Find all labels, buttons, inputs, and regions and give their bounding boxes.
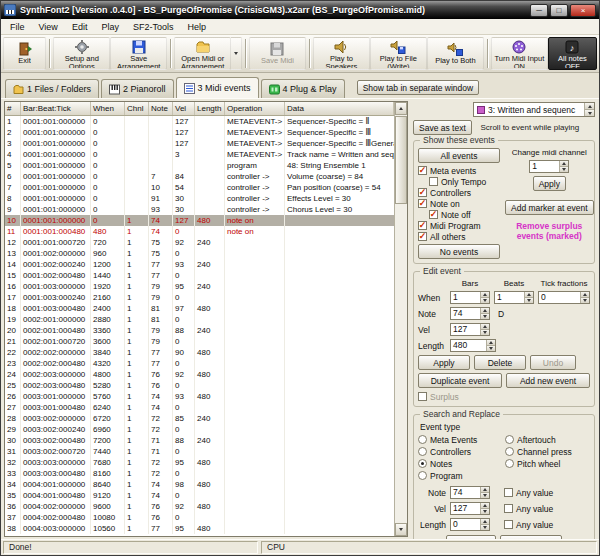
menu-item-play[interactable]: Play [94, 21, 126, 33]
add-marker-button[interactable]: Add marker at event [505, 200, 594, 215]
column-header-vel[interactable]: Vel [173, 102, 195, 115]
checkbox-note-off[interactable]: ✓Note off [429, 209, 500, 220]
table-row[interactable]: 230002:002:00048043201770 [5, 358, 394, 369]
tab-plug-and-play[interactable]: 4 Plug & Play [261, 79, 345, 98]
checkbox-only-tempo[interactable]: Only Tempo [429, 176, 500, 187]
radio-channel-press[interactable]: Channel press [505, 446, 590, 457]
note-spinner[interactable]: 74 [450, 307, 490, 320]
search-length-spinner[interactable]: 0 [450, 518, 490, 531]
radio-program[interactable]: Program [418, 470, 503, 481]
table-row[interactable]: 130001:002:0000009601750 [5, 248, 394, 259]
open-midi-button[interactable]: Open Midi or Arrangement [174, 37, 231, 70]
radio-aftertouch[interactable]: Aftertouch [505, 434, 590, 445]
vel-spinner[interactable]: 127 [450, 323, 490, 336]
checkbox-all-others[interactable]: ✓All others [418, 231, 500, 242]
table-row[interactable]: 360004:002:000000960017692480 [5, 501, 394, 512]
search-vel-spinner[interactable]: 127 [450, 502, 490, 515]
column-header-note[interactable]: Note [149, 102, 173, 115]
column-header-operation[interactable]: Operation [225, 102, 285, 115]
table-row[interactable]: 80001:001:00000009130controller ->Effect… [5, 193, 394, 204]
open-midi-dropdown-arrow[interactable] [231, 37, 242, 70]
table-row[interactable]: 70001:001:00000001054controller ->Pan po… [5, 182, 394, 193]
spin-down[interactable] [481, 297, 489, 303]
column-header-bar-beat-tick[interactable]: Bar:Beat:Tick [21, 102, 91, 115]
column-header-length[interactable]: Length [195, 102, 225, 115]
spin-down[interactable] [581, 297, 589, 303]
table-row[interactable]: 190002:001:00000028801810 [5, 314, 394, 325]
table-row[interactable]: 110001:001:0004804801740note on [5, 226, 394, 237]
vel-any-value-checkbox[interactable]: Any value [504, 504, 553, 514]
delete-event-button[interactable]: Delete [474, 355, 526, 370]
table-row[interactable]: 260003:001:000000576017493480 [5, 391, 394, 402]
table-row[interactable]: 30001:001:0000000127METAEVENT->Sequencer… [5, 138, 394, 149]
length-spinner[interactable]: 480 [450, 339, 496, 352]
table-row[interactable]: 60001:001:0000000784controller ->Volume … [5, 171, 394, 182]
title-bar[interactable]: SynthFont2 [Version .0.4.0] - BS_PurgeOf… [1, 1, 599, 19]
table-row[interactable]: 160001:003:000000192017995240 [5, 281, 394, 292]
spin-down[interactable] [481, 313, 489, 319]
column-header-when[interactable]: When [91, 102, 125, 115]
exit-button[interactable]: Exit [3, 37, 46, 70]
menu-item-help[interactable]: Help [180, 21, 213, 33]
table-row[interactable]: 170001:003:00024021601790 [5, 292, 394, 303]
table-row[interactable]: 140001:002:000240120017793240 [5, 259, 394, 270]
spin-down[interactable] [481, 508, 489, 514]
spin-down[interactable] [481, 492, 489, 498]
table-row[interactable]: 350004:001:00048091201740 [5, 490, 394, 501]
spin-down[interactable] [481, 329, 489, 335]
duplicate-event-button[interactable]: Duplicate event [418, 373, 502, 388]
no-events-button[interactable]: No events [418, 244, 500, 259]
table-row[interactable]: 100001:001:0000000174127480note on [5, 215, 394, 226]
table-row[interactable]: 50001:001:0000000program48: String Ensem… [5, 160, 394, 171]
length-any-value-checkbox[interactable]: Any value [504, 520, 553, 530]
radio-pitch-wheel[interactable]: Pitch wheel [505, 458, 590, 469]
column-header-chnl[interactable]: Chnl [125, 102, 149, 115]
play-to-speakers-button[interactable]: Play to Speakers [313, 37, 370, 70]
radio-meta-events[interactable]: Meta Events [418, 434, 503, 445]
column-header-data[interactable]: Data [285, 102, 394, 115]
when-ticks-spinner[interactable]: 0 [538, 291, 590, 304]
turn-midi-input-on-button[interactable]: Turn Midi Input ON [491, 37, 548, 70]
play-to-file-button[interactable]: Play to File (Write) [370, 37, 427, 70]
vertical-scrollbar[interactable] [394, 102, 407, 536]
table-row[interactable]: 270003:001:00048062401740 [5, 402, 394, 413]
menu-item-sf2-tools[interactable]: SF2-Tools [126, 21, 181, 33]
spin-down[interactable] [487, 345, 495, 351]
tab-files-folders[interactable]: 1 Files / Folders [5, 79, 99, 98]
table-row[interactable]: 20001:001:0000000127METAEVENT->Sequencer… [5, 127, 394, 138]
add-new-event-button[interactable]: Add new event [506, 373, 590, 388]
table-row[interactable]: 90001:001:00000009330controller ->Chorus… [5, 204, 394, 215]
checkbox-controllers[interactable]: ✓Controllers [418, 187, 500, 198]
setup-options-button[interactable]: Setup and Options [53, 37, 110, 70]
track-selector[interactable]: 3: Written and sequenc [473, 102, 595, 117]
midi-channel-spinner[interactable]: 1 [529, 160, 569, 173]
maximize-button[interactable]: □ [550, 4, 568, 17]
table-row[interactable]: 370004:002:000480100801760 [5, 512, 394, 523]
radio-notes[interactable]: Notes [418, 458, 503, 469]
table-row[interactable]: 340004:001:000000864017498480 [5, 479, 394, 490]
menu-item-file[interactable]: File [3, 21, 32, 33]
when-bars-spinner[interactable]: 1 [450, 291, 490, 304]
note-any-value-checkbox[interactable]: Any value [504, 488, 553, 498]
apply-channel-button[interactable]: Apply [533, 176, 566, 191]
track-spin-down[interactable] [585, 109, 594, 116]
tab-midi-events[interactable]: 3 Midi events [176, 77, 259, 98]
checkbox-meta-events[interactable]: ✓Meta events [418, 165, 500, 176]
checkbox-note-on[interactable]: ✓Note on [418, 198, 500, 209]
show-tab-separate-window-button[interactable]: Show tab in separate window [357, 80, 480, 95]
table-row[interactable]: 220002:002:000000384017790480 [5, 347, 394, 358]
apply-event-button[interactable]: Apply [418, 355, 470, 370]
all-events-button[interactable]: All events [418, 148, 500, 163]
play-to-both-button[interactable]: Play to Both [427, 37, 484, 70]
table-row[interactable]: 290003:002:00024069601720 [5, 424, 394, 435]
checkbox-midi-program[interactable]: ✓Midi Program [418, 220, 500, 231]
minimize-button[interactable]: ─ [530, 4, 548, 17]
column-header-num[interactable]: # [5, 102, 21, 115]
menu-item-edit[interactable]: Edit [65, 21, 95, 33]
table-row[interactable]: 280003:002:000000672017285240 [5, 413, 394, 424]
table-row[interactable]: 200002:001:000480336017988240 [5, 325, 394, 336]
radio-controllers[interactable]: Controllers [418, 446, 503, 457]
table-row[interactable]: 180001:003:000480240018197480 [5, 303, 394, 314]
spin-down[interactable] [481, 524, 489, 530]
table-row[interactable]: 250002:003:00048052801760 [5, 380, 394, 391]
